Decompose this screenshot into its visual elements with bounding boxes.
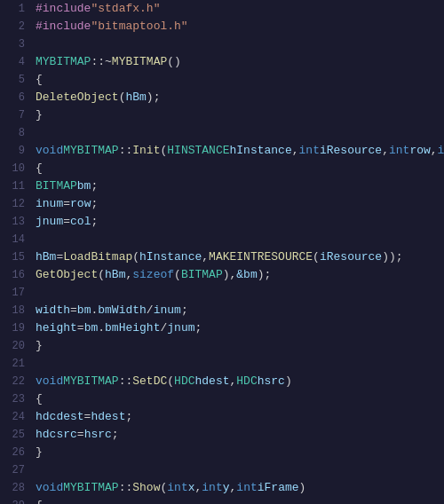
code-token: &bm [236, 266, 257, 284]
code-token: bm [84, 319, 99, 337]
code-line [36, 284, 444, 302]
line-number: 24 [12, 408, 25, 426]
code-line: void MYBITMAP::Init(HINSTANCE hInstance,… [36, 142, 444, 160]
code-token: MYBITMAP [36, 53, 91, 71]
code-token: :: [119, 142, 133, 160]
code-token: void [36, 142, 63, 160]
code-line: { [36, 160, 444, 177]
line-number: 18 [12, 302, 25, 319]
line-number: 23 [12, 390, 25, 408]
code-token: hdest [91, 408, 125, 426]
code-line: hdcdest=hdest; [36, 408, 444, 426]
line-number: 9 [19, 142, 25, 160]
line-number: 22 [12, 373, 25, 390]
code-token: iFrame [258, 479, 299, 497]
code-token: } [36, 337, 43, 355]
code-token: #include [36, 0, 91, 18]
code-token: width [36, 302, 70, 319]
code-token: ; [91, 177, 98, 195]
code-token: ) [285, 373, 292, 390]
code-token: , [230, 373, 237, 390]
code-token: void [36, 373, 63, 390]
code-token: height [36, 319, 77, 337]
line-number: 16 [12, 266, 25, 284]
code-token: Init [132, 142, 160, 160]
code-line: width=bm.bmWidth/inum; [36, 302, 444, 319]
code-line [36, 124, 444, 142]
code-token: hdcsrc [36, 426, 77, 444]
code-token: :: [119, 373, 133, 390]
code-token: ; [112, 426, 119, 444]
code-token: row [409, 142, 430, 160]
code-token: SetDC [132, 373, 167, 390]
code-token: int [299, 142, 320, 160]
line-number: 21 [12, 355, 25, 373]
code-token: inum [36, 195, 63, 213]
line-number: 2 [19, 18, 25, 35]
code-line: BITMAP bm; [36, 177, 444, 195]
code-line: hBm=LoadBitmap(hInstance,MAKEINTRESOURCE… [36, 248, 444, 266]
code-token: / [147, 302, 154, 319]
code-token: ), [223, 266, 237, 284]
code-line: hdcsrc=hsrc; [36, 426, 444, 444]
code-token: ( [313, 248, 320, 266]
code-token: )); [382, 248, 402, 266]
code-token: y [223, 479, 230, 497]
code-token: , [202, 248, 209, 266]
code-token: ( [119, 89, 126, 106]
code-area[interactable]: #include "stdafx.h"#include "bitmaptool.… [32, 0, 444, 504]
code-token: void [36, 479, 63, 497]
line-number: 1 [19, 0, 25, 18]
line-number: 6 [19, 89, 25, 106]
code-line: DeleteObject(hBm); [36, 89, 444, 106]
code-token: hBm [36, 248, 56, 266]
code-token: hBm [125, 89, 146, 106]
code-line: { [36, 71, 444, 89]
code-line [36, 231, 444, 248]
code-token: = [77, 319, 84, 337]
code-token: , [230, 479, 237, 497]
code-token: bmHeight [105, 319, 160, 337]
code-token: . [91, 302, 98, 319]
code-token: Show [132, 479, 160, 497]
code-token: { [36, 497, 43, 504]
line-number: 17 [12, 284, 25, 302]
code-line: { [36, 390, 444, 408]
code-token: ) [299, 479, 306, 497]
code-line: void MYBITMAP::Show(int x,int y,int iFra… [36, 479, 444, 497]
code-line [36, 35, 444, 53]
line-number: 25 [12, 426, 25, 444]
code-token: int [438, 142, 444, 160]
code-token: { [36, 71, 43, 89]
code-line: } [36, 106, 444, 124]
code-line [36, 461, 444, 479]
code-token: hsrc [84, 426, 112, 444]
line-number: 13 [12, 213, 25, 231]
code-token: = [63, 213, 70, 231]
code-token: LoadBitmap [63, 248, 132, 266]
code-token: , [292, 142, 299, 160]
code-token: int [167, 479, 187, 497]
code-token: int [202, 479, 222, 497]
code-token: BITMAP [181, 266, 223, 284]
code-token: :: [119, 479, 133, 497]
code-token: MYBITMAP [63, 142, 118, 160]
code-token: ::~ [91, 53, 111, 71]
code-token: () [167, 53, 181, 71]
code-token: = [56, 248, 63, 266]
line-number: 20 [12, 337, 25, 355]
code-token: GetObject [36, 266, 98, 284]
code-editor: 1234567891011121314151617181920212223242… [0, 0, 444, 504]
code-token: BITMAP [36, 177, 77, 195]
code-line: #include "stdafx.h" [36, 0, 444, 18]
code-token: ( [98, 266, 105, 284]
line-number: 7 [19, 106, 25, 124]
line-number: 26 [12, 444, 25, 461]
line-number: 5 [19, 71, 25, 89]
code-token: ; [125, 408, 132, 426]
code-token: bmWidth [98, 302, 147, 319]
code-token: #include [36, 18, 91, 35]
code-token: ; [91, 213, 98, 231]
code-token: hInstance [230, 142, 292, 160]
code-token: int [236, 479, 257, 497]
